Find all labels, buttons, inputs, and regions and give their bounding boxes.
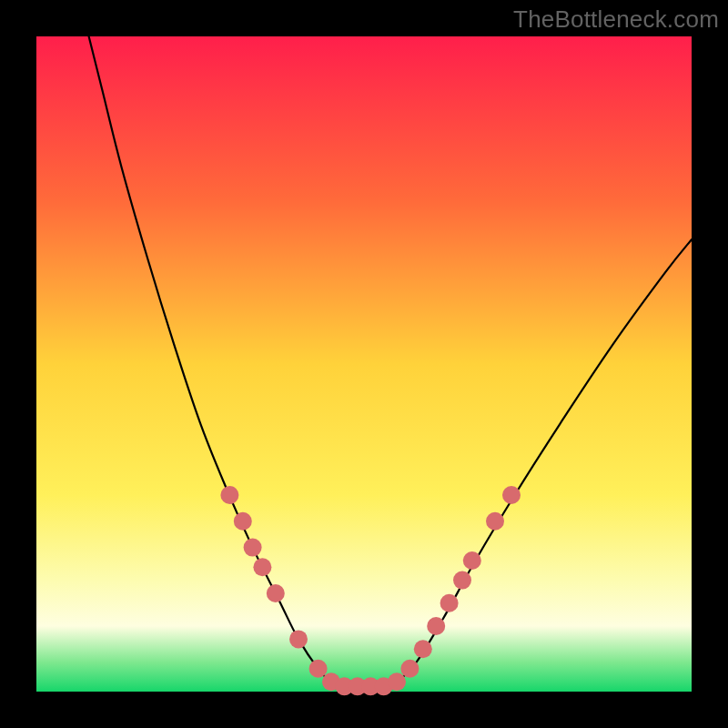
chart-frame: TheBottleneck.com	[0, 0, 728, 728]
data-marker	[400, 660, 419, 678]
data-marker	[427, 617, 445, 635]
plot-border	[0, 0, 36, 728]
data-marker	[440, 594, 459, 612]
data-marker	[289, 630, 308, 648]
plot-border	[0, 692, 728, 728]
data-marker	[220, 486, 238, 504]
data-marker	[453, 571, 471, 590]
data-marker	[486, 512, 504, 531]
data-marker	[234, 512, 252, 531]
data-marker	[244, 539, 262, 557]
data-marker	[267, 584, 285, 602]
data-marker	[309, 660, 328, 678]
plot-border	[692, 0, 728, 728]
bottleneck-plot	[0, 0, 728, 728]
watermark-text: TheBottleneck.com	[513, 5, 719, 34]
data-marker	[502, 486, 521, 504]
data-marker	[414, 640, 432, 658]
data-marker	[463, 551, 481, 570]
data-marker	[253, 558, 271, 576]
gradient-background	[36, 36, 692, 692]
data-marker	[388, 672, 406, 691]
